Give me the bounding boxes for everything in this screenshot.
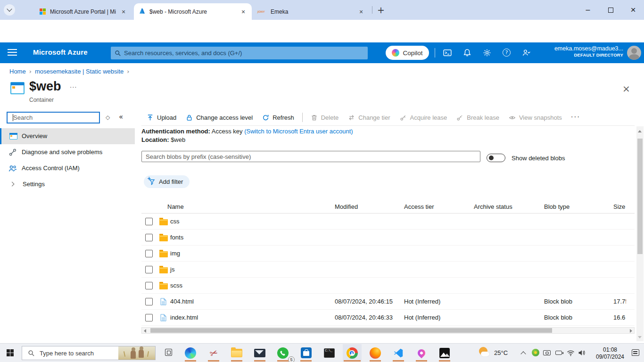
- minimize-button[interactable]: [577, 0, 599, 20]
- avatar[interactable]: [627, 46, 641, 60]
- table-row[interactable]: scss: [141, 278, 635, 294]
- column-header-modified[interactable]: Modified: [335, 203, 358, 210]
- column-header-access-tier[interactable]: Access tier: [404, 203, 434, 210]
- row-checkbox[interactable]: [145, 234, 153, 241]
- table-row[interactable]: js: [141, 262, 635, 278]
- azure-brand[interactable]: Microsoft Azure: [33, 48, 88, 56]
- blob-name[interactable]: img: [170, 246, 180, 262]
- change-access-level-button[interactable]: Change access level: [182, 111, 257, 124]
- sidebar-item-diagnose[interactable]: Diagnose and solve problems: [0, 144, 135, 160]
- table-row[interactable]: index.html 08/07/2024, 20:46:33 Hot (Inf…: [141, 310, 635, 326]
- table-row[interactable]: img: [141, 246, 635, 262]
- weather-icon[interactable]: [478, 346, 490, 359]
- taskbar-photos-icon[interactable]: [435, 344, 454, 362]
- close-blade-icon[interactable]: [622, 83, 630, 94]
- blob-name[interactable]: scss: [170, 278, 182, 294]
- settings-gear-icon[interactable]: [483, 49, 491, 57]
- sidebar-item-settings[interactable]: Settings: [0, 176, 135, 192]
- taskbar-whatsapp-icon[interactable]: 5: [273, 344, 292, 362]
- blob-name[interactable]: css: [170, 214, 180, 230]
- taskbar-edge-icon[interactable]: [181, 344, 200, 362]
- taskbar-vscode-icon[interactable]: [389, 344, 408, 362]
- sidebar-search-input[interactable]: [13, 114, 96, 121]
- pin-icon[interactable]: [106, 114, 110, 121]
- row-checkbox[interactable]: [145, 266, 153, 273]
- sidebar-search-box[interactable]: [7, 112, 100, 123]
- row-checkbox[interactable]: [145, 218, 153, 225]
- table-row[interactable]: 404.html 08/07/2024, 20:46:15 Hot (Infer…: [141, 294, 635, 310]
- sidebar-item-access-control[interactable]: Access Control (IAM): [0, 160, 135, 176]
- tray-battery-icon[interactable]: [555, 351, 562, 355]
- scrollbar-thumb[interactable]: [150, 328, 552, 333]
- tab-close-icon[interactable]: [120, 8, 127, 16]
- hamburger-menu-icon[interactable]: [8, 49, 17, 50]
- browser-tab-azure-portal[interactable]: Microsoft Azure Portal | Microsoft: [35, 3, 132, 20]
- new-tab-button[interactable]: [376, 5, 386, 15]
- horizontal-scrollbar[interactable]: [141, 327, 635, 334]
- tab-search-button[interactable]: [4, 4, 15, 16]
- title-more-icon[interactable]: [70, 84, 77, 91]
- view-snapshots-button[interactable]: View snapshots: [504, 111, 566, 124]
- tray-camera-icon[interactable]: [543, 350, 551, 355]
- scroll-down-arrow[interactable]: [638, 336, 642, 338]
- azure-search-input[interactable]: [124, 49, 364, 57]
- blob-name[interactable]: index.html: [170, 310, 198, 326]
- scrollbar-thumb[interactable]: [637, 139, 643, 254]
- help-icon[interactable]: [503, 49, 511, 57]
- table-row[interactable]: css: [141, 214, 635, 230]
- column-header-archive-status[interactable]: Archive status: [474, 203, 512, 210]
- scroll-right-arrow[interactable]: [630, 329, 632, 333]
- task-view-icon[interactable]: [165, 349, 172, 356]
- blob-name[interactable]: 404.html: [170, 294, 194, 310]
- row-checkbox[interactable]: [145, 314, 153, 321]
- notifications-bell-icon[interactable]: [463, 49, 471, 57]
- azure-search-box[interactable]: [111, 47, 368, 59]
- breadcrumb-home[interactable]: Home: [9, 68, 26, 75]
- browser-tab-emeka[interactable]: JONY Emeka: [253, 3, 370, 20]
- tab-close-icon[interactable]: [239, 8, 247, 16]
- scroll-up-arrow[interactable]: [638, 130, 642, 132]
- cloud-shell-icon[interactable]: [443, 49, 452, 57]
- taskbar-clock[interactable]: 01:08 09/07/2024: [590, 346, 630, 361]
- account-info[interactable]: emeka.moses@madue3... DEFAULT DIRECTORY: [515, 45, 623, 58]
- add-filter-button[interactable]: Add filter: [144, 175, 190, 188]
- taskbar-maps-icon[interactable]: [412, 344, 431, 362]
- upload-button[interactable]: Upload: [142, 111, 181, 124]
- taskbar-store-icon[interactable]: [297, 344, 315, 362]
- column-header-size[interactable]: Size: [613, 203, 625, 210]
- delete-button[interactable]: Delete: [306, 111, 343, 124]
- tray-antivirus-icon[interactable]: [532, 349, 539, 356]
- taskbar-search-box[interactable]: Type here to search: [22, 346, 156, 360]
- column-header-blob-type[interactable]: Blob type: [544, 203, 570, 210]
- collapse-sidebar-icon[interactable]: [119, 113, 123, 121]
- switch-entra-link[interactable]: (Switch to Microsoft Entra user account): [244, 128, 353, 135]
- blob-name[interactable]: fonts: [170, 230, 183, 246]
- temperature[interactable]: 25°C: [494, 349, 508, 356]
- break-lease-button[interactable]: Break lease: [452, 111, 504, 124]
- tray-volume-icon[interactable]: [578, 349, 586, 356]
- taskbar-chrome-icon[interactable]: [343, 344, 362, 362]
- row-checkbox[interactable]: [145, 250, 153, 257]
- search-highlight-image[interactable]: [118, 346, 155, 360]
- vertical-scrollbar[interactable]: [636, 126, 644, 341]
- sidebar-item-overview[interactable]: Overview: [0, 128, 135, 144]
- table-row[interactable]: fonts: [141, 230, 635, 246]
- blob-name[interactable]: js: [170, 262, 174, 278]
- acquire-lease-button[interactable]: Acquire lease: [396, 111, 452, 124]
- row-checkbox[interactable]: [145, 298, 153, 305]
- show-deleted-blobs-toggle[interactable]: [487, 154, 505, 162]
- taskbar-firefox-icon[interactable]: [366, 344, 385, 362]
- taskbar-file-explorer-icon[interactable]: [227, 344, 246, 362]
- close-window-button[interactable]: [622, 0, 644, 20]
- maximize-button[interactable]: [600, 0, 621, 20]
- taskbar-snipping-tool-icon[interactable]: [204, 344, 223, 362]
- row-checkbox[interactable]: [145, 282, 153, 289]
- refresh-button[interactable]: Refresh: [258, 111, 298, 124]
- breadcrumb-parent[interactable]: mosesemekasite | Static website: [35, 68, 124, 75]
- copilot-button[interactable]: Copilot: [386, 46, 429, 60]
- start-button[interactable]: [7, 349, 14, 357]
- toolbar-more-icon[interactable]: [567, 113, 584, 122]
- tab-close-icon[interactable]: [357, 8, 365, 16]
- taskbar-mail-icon[interactable]: [250, 344, 269, 362]
- notification-center-icon[interactable]: [632, 349, 639, 356]
